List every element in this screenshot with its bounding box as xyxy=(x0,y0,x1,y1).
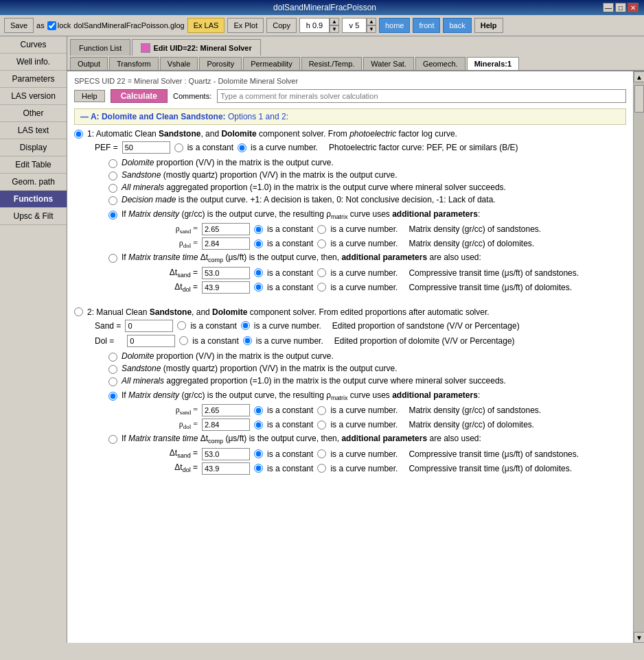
h-up-button[interactable]: ▲ xyxy=(330,18,339,25)
pef-constant-radio[interactable] xyxy=(174,143,183,152)
ex-las-button[interactable]: Ex LAS xyxy=(187,18,225,33)
section-a-link[interactable]: Options 1 and 2: xyxy=(228,112,288,121)
pef-input[interactable] xyxy=(122,141,170,154)
inner-tab-resist-temp[interactable]: Resist./Temp. xyxy=(301,57,363,70)
opt2-delta-sand-input[interactable] xyxy=(202,448,250,460)
delta-sand-input[interactable] xyxy=(202,267,250,279)
calculate-btn[interactable]: Calculate xyxy=(111,89,168,103)
save-button[interactable]: Save xyxy=(4,18,34,33)
sand-input[interactable] xyxy=(125,320,173,332)
scroll-track[interactable] xyxy=(634,82,644,632)
transit-time-radio[interactable] xyxy=(108,254,117,263)
opt2-delta-dol-input[interactable] xyxy=(202,462,250,475)
sidebar-item-display[interactable]: Display xyxy=(0,139,67,156)
opt2-delta-sand-curve-radio[interactable] xyxy=(317,449,326,458)
matrix-density-radio[interactable] xyxy=(108,211,117,220)
opt2-rho-dol-constant-radio[interactable] xyxy=(254,421,263,429)
delta-sand-constant-radio[interactable] xyxy=(254,268,263,277)
output3-radio[interactable] xyxy=(108,184,117,193)
help-button[interactable]: Help xyxy=(474,18,503,33)
opt2-output1-row: Dolomite proportion (V/V) in the matrix … xyxy=(108,351,626,362)
copy-button[interactable]: Copy xyxy=(266,18,297,33)
sidebar-item-upsc-filt[interactable]: Upsc & Filt xyxy=(0,208,67,225)
h-down-button[interactable]: ▼ xyxy=(330,25,339,33)
opt2-rho-sand-label: ρsand = xyxy=(163,405,198,416)
delta-dol-constant-radio[interactable] xyxy=(254,283,263,292)
dol-curve-radio[interactable] xyxy=(243,336,252,345)
lock-checkbox[interactable]: lock xyxy=(47,21,71,30)
tab-edit-uid[interactable]: Edit UID=22: Mineral Solver xyxy=(132,39,260,56)
inner-tab-transform[interactable]: Transform xyxy=(109,57,159,70)
back-button[interactable]: back xyxy=(443,18,471,33)
sand-constant-radio[interactable] xyxy=(177,321,186,330)
rho-sand-curve-radio[interactable] xyxy=(317,225,326,234)
delta-dol-curve-radio[interactable] xyxy=(317,283,326,292)
opt2-rho-sand-constant-radio[interactable] xyxy=(254,406,263,415)
sidebar-item-parameters[interactable]: Parameters xyxy=(0,71,67,88)
output1-radio[interactable] xyxy=(108,159,117,168)
delta-dol-input[interactable] xyxy=(202,281,250,294)
opt2-delta-dol-row: Δtdol = is a constant is a curve number.… xyxy=(163,462,626,475)
sidebar-item-edit-table[interactable]: Edit Table xyxy=(0,156,67,174)
option1-radio[interactable] xyxy=(74,130,83,139)
sand-curve-radio[interactable] xyxy=(241,321,250,330)
tab-function-list[interactable]: Function List xyxy=(70,39,130,56)
opt2-rho-sand-curve-radio[interactable] xyxy=(317,406,326,415)
opt2-delta-sand-constant-radio[interactable] xyxy=(254,449,263,458)
opt2-matrix-density-radio[interactable] xyxy=(108,392,117,401)
v-down-button[interactable]: ▼ xyxy=(367,25,376,33)
inner-tab-porosity[interactable]: Porosity xyxy=(199,57,242,70)
pef-curve-radio[interactable] xyxy=(238,143,246,152)
front-button[interactable]: front xyxy=(413,18,440,33)
opt2-transit-time-radio[interactable] xyxy=(108,435,117,444)
opt2-output2-radio[interactable] xyxy=(108,365,117,374)
sidebar-item-other[interactable]: Other xyxy=(0,105,67,122)
inner-tab-vshale[interactable]: Vshale xyxy=(160,57,198,70)
inner-tab-geomech[interactable]: Geomech. xyxy=(415,57,465,70)
dol-constant-radio[interactable] xyxy=(179,336,188,345)
opt2-output3-radio[interactable] xyxy=(108,377,117,386)
delta-sand-curve-radio[interactable] xyxy=(317,268,326,277)
inner-tab-permeability[interactable]: Permeability xyxy=(243,57,300,70)
opt2-rho-dol-curve-radio[interactable] xyxy=(317,421,326,429)
panel-scroll[interactable]: SPECS UID 22 = Mineral Solver : Quartz -… xyxy=(67,71,633,643)
rho-sand-row: ρsand = is a constant is a curve number.… xyxy=(163,223,626,235)
sidebar-item-functions[interactable]: Functions xyxy=(0,191,67,208)
scroll-up-button[interactable]: ▲ xyxy=(634,71,644,82)
help-btn[interactable]: Help xyxy=(74,90,105,102)
rho-dol-constant-radio[interactable] xyxy=(254,239,263,248)
option2-radio[interactable] xyxy=(74,307,83,316)
scroll-thumb[interactable] xyxy=(634,85,644,113)
inner-tab-minerals[interactable]: Minerals:1 xyxy=(467,57,519,70)
scroll-down-button[interactable]: ▼ xyxy=(634,632,644,643)
sidebar-item-geom-path[interactable]: Geom. path xyxy=(0,174,67,191)
opt2-rho-dol-input[interactable] xyxy=(202,419,250,431)
ex-plot-button[interactable]: Ex Plot xyxy=(227,18,264,33)
inner-tab-output[interactable]: Output xyxy=(70,57,108,70)
sidebar-item-well-info[interactable]: Well info. xyxy=(0,54,67,71)
output2-radio[interactable] xyxy=(108,172,117,180)
v-up-button[interactable]: ▲ xyxy=(367,18,376,25)
output4-radio[interactable] xyxy=(108,196,117,205)
maximize-button[interactable]: □ xyxy=(615,3,626,12)
opt2-output1-radio[interactable] xyxy=(108,353,117,362)
dol-input[interactable] xyxy=(127,335,175,347)
opt2-rho-sand-input[interactable] xyxy=(202,404,250,416)
opt2-delta-dol-curve-radio[interactable] xyxy=(317,464,326,473)
home-button[interactable]: home xyxy=(379,18,411,33)
rho-dol-input[interactable] xyxy=(202,237,250,250)
comments-input[interactable] xyxy=(217,89,626,103)
rho-dol-curve-radio[interactable] xyxy=(317,239,326,248)
h-spinner[interactable]: ▲ ▼ xyxy=(299,18,339,33)
minimize-button[interactable]: — xyxy=(603,3,614,12)
opt2-delta-dol-constant-radio[interactable] xyxy=(254,464,263,473)
close-button[interactable]: ✕ xyxy=(628,3,639,12)
sidebar-item-las-text[interactable]: LAS text xyxy=(0,122,67,139)
inner-tab-water-sat[interactable]: Water Sat. xyxy=(363,57,414,70)
v-spinner[interactable]: ▲ ▼ xyxy=(342,18,376,33)
rho-sand-constant-radio[interactable] xyxy=(254,225,263,234)
sidebar-item-curves[interactable]: Curves xyxy=(0,36,67,54)
rho-sand-input[interactable] xyxy=(202,223,250,235)
sidebar-item-las-version[interactable]: LAS version xyxy=(0,88,67,105)
vertical-scrollbar[interactable]: ▲ ▼ xyxy=(633,71,644,643)
